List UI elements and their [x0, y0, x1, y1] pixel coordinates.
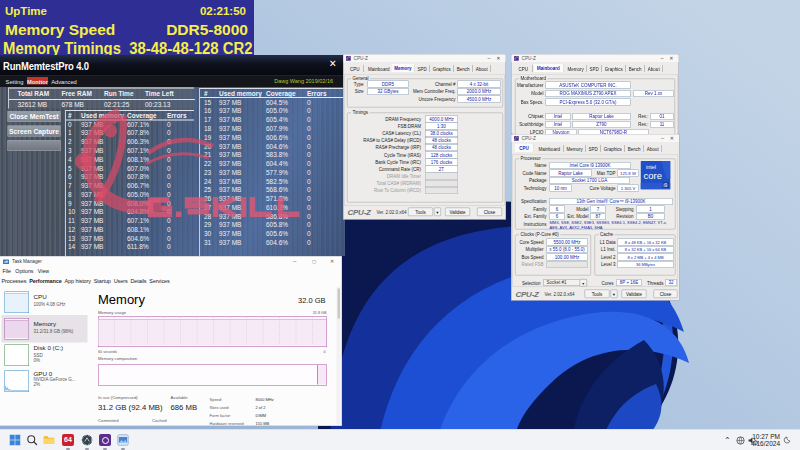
svg-text:core: core: [644, 170, 662, 181]
svg-text:i9: i9: [664, 182, 668, 188]
svg-text:intel: intel: [646, 163, 656, 169]
